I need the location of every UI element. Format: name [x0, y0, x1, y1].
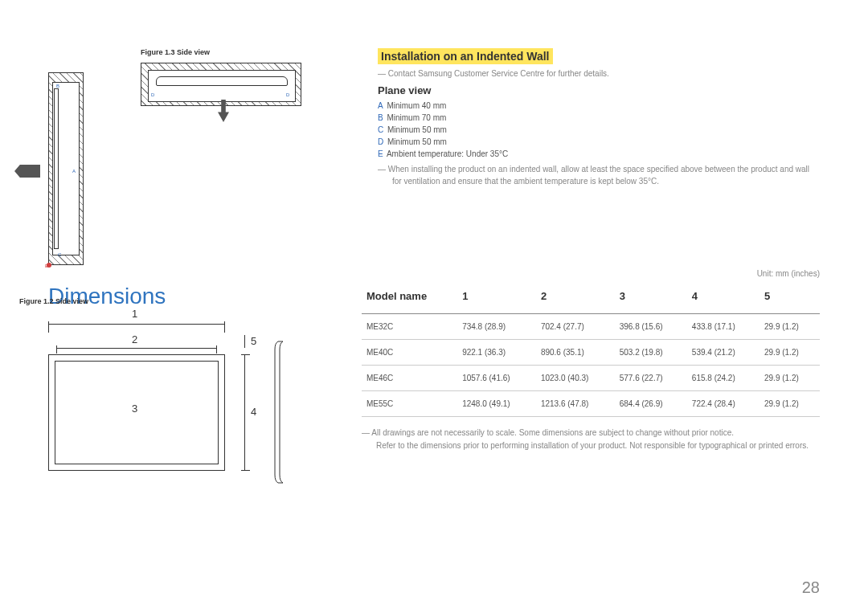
label-c: C — [58, 252, 61, 257]
table-notes: All drawings are not necessarily to scal… — [362, 427, 820, 452]
spec-c: C Minimum 50 mm — [378, 125, 820, 134]
table-row: ME32C734.8 (28.9)702.4 (27.7)396.8 (15.6… — [362, 314, 820, 340]
install-section: Installation on an Indented Wall Contact… — [378, 48, 820, 187]
dim-label-1: 1 — [132, 308, 137, 320]
note-2: Refer to the dimensions prior to perform… — [362, 439, 820, 452]
label-a: A — [72, 169, 76, 174]
label-d-right: D — [286, 92, 289, 97]
label-b: B — [56, 84, 59, 88]
figure-1-2-caption: Figure 1.2 Side view — [19, 297, 88, 305]
figure-panel: B A C E Figure 1.2 Side view Figure 1.3 … — [48, 48, 321, 187]
left-arrow-icon — [14, 165, 40, 178]
note-1: All drawings are not necessarily to scal… — [362, 427, 820, 439]
dim-label-2: 2 — [132, 333, 137, 345]
table-row: ME40C922.1 (36.3)890.6 (35.1)503.2 (19.8… — [362, 340, 820, 366]
unit-label: Unit: mm (inches) — [757, 269, 820, 278]
th-1: 1 — [457, 284, 536, 314]
label-d-left: D — [151, 92, 154, 97]
figure-1-3-caption: Figure 1.3 Side view — [141, 48, 334, 56]
dimensions-table: Model name 1 2 3 4 5 ME32C734.8 (28.9)70… — [362, 284, 820, 417]
table-row: ME46C1057.6 (41.6)1023.0 (40.3)577.6 (22… — [362, 366, 820, 391]
th-model: Model name — [362, 284, 457, 314]
th-5: 5 — [760, 284, 820, 314]
th-4: 4 — [687, 284, 760, 314]
plane-view-title: Plane view — [378, 84, 820, 96]
th-3: 3 — [615, 284, 687, 314]
dim-label-5: 5 — [251, 335, 256, 347]
spec-d: D Minimum 50 mm — [378, 137, 820, 146]
label-e: E — [45, 264, 48, 268]
spec-e: E Ambient temperature: Under 35°C — [378, 149, 820, 158]
figure-1-3: Figure 1.3 Side view D D — [141, 48, 334, 106]
figure-1-2: B A C E Figure 1.2 Side view — [48, 72, 113, 265]
table-row: ME55C1248.0 (49.1)1213.6 (47.8)684.4 (26… — [362, 391, 820, 417]
spec-b: B Minimum 70 mm — [378, 113, 820, 122]
side-profile-icon — [273, 340, 291, 484]
dim-label-4: 4 — [251, 406, 256, 418]
spec-a: A Minimum 40 mm — [378, 101, 820, 110]
dim-label-3: 3 — [132, 403, 137, 415]
dimensions-heading: Dimensions — [48, 284, 330, 309]
page-number: 28 — [802, 578, 820, 597]
ventilation-note: When installing the product on an indent… — [378, 163, 820, 187]
th-2: 2 — [536, 284, 615, 314]
dimensions-diagram: 1 2 3 5 4 — [48, 329, 330, 489]
install-title: Installation on an Indented Wall — [378, 48, 553, 64]
contact-note: Contact Samsung Customer Service Centre … — [378, 69, 820, 78]
